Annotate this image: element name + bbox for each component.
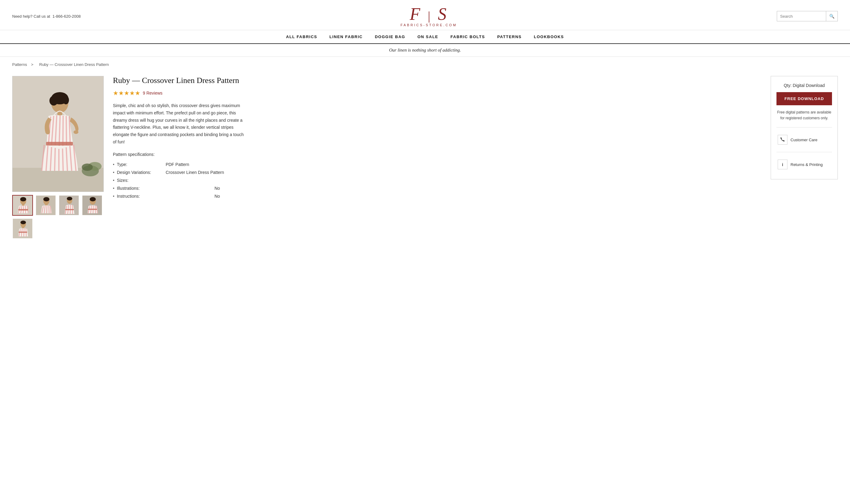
spec-design-variations: • Design Variations: Crossover Linen Dre… xyxy=(113,168,761,176)
rating-row: ★★★★★ 9 Reviews xyxy=(113,89,761,97)
svg-rect-37 xyxy=(18,209,28,211)
thumbnail-1[interactable] xyxy=(12,195,33,216)
sidebar: Qty: Digital Download FREE DOWNLOAD Free… xyxy=(771,76,838,239)
svg-line-22 xyxy=(62,148,63,171)
specs-heading: Pattern specifications: xyxy=(113,152,761,157)
svg-point-8 xyxy=(63,96,69,104)
nav-patterns[interactable]: PATTERNS xyxy=(497,35,522,39)
free-download-button[interactable]: FREE DOWNLOAD xyxy=(776,92,832,105)
svg-rect-72 xyxy=(19,232,27,233)
product-info: Ruby — Crossover Linen Dress Pattern ★★★… xyxy=(113,76,761,239)
svg-line-20 xyxy=(55,148,55,171)
star-rating: ★★★★★ xyxy=(113,89,140,97)
svg-point-49 xyxy=(67,197,72,200)
thumbnail-2[interactable] xyxy=(35,195,56,216)
thumbnail-4[interactable] xyxy=(82,195,103,216)
svg-line-45 xyxy=(49,205,49,213)
svg-point-66 xyxy=(20,220,26,224)
nav-doggie-bag[interactable]: DOGGIE BAG xyxy=(375,35,405,39)
svg-point-57 xyxy=(90,197,96,201)
product-title: Ruby — Crossover Linen Dress Pattern xyxy=(113,76,761,85)
main-nav: ALL FABRICS LINEN FABRIC DOGGIE BAG ON S… xyxy=(0,30,850,44)
svg-line-15 xyxy=(66,116,67,145)
main-product-image[interactable] xyxy=(12,76,104,192)
customer-care-link[interactable]: Customer Care xyxy=(776,132,832,148)
svg-rect-74 xyxy=(782,163,783,164)
main-content: Ruby — Crossover Linen Dress Pattern ★★★… xyxy=(0,70,850,245)
breadcrumb-parent[interactable]: Patterns xyxy=(12,62,27,67)
breadcrumb: Patterns > Ruby — Crossover Linen Dress … xyxy=(0,57,850,70)
customer-care-label: Customer Care xyxy=(791,138,817,142)
svg-point-40 xyxy=(43,197,50,201)
search-input[interactable] xyxy=(777,11,826,21)
search-button[interactable]: 🔍 xyxy=(826,11,837,21)
top-bar: Need help? Call us at 1-866-620-2008 F |… xyxy=(0,0,850,30)
divider-2 xyxy=(776,152,832,152)
spec-sizes: • Sizes: xyxy=(113,176,761,184)
specs-list: • Type: PDF Pattern • Design Variations:… xyxy=(113,161,761,200)
nav-linen-fabric[interactable]: LINEN FABRIC xyxy=(329,35,363,39)
svg-point-4 xyxy=(82,163,93,171)
logo-name: FABRICS-STORE.COM xyxy=(401,23,457,27)
reviews-link[interactable]: 9 Reviews xyxy=(143,91,163,95)
purchase-box: Qty: Digital Download FREE DOWNLOAD Free… xyxy=(771,76,838,179)
thumbnail-3[interactable] xyxy=(58,195,79,216)
svg-line-14 xyxy=(63,115,63,146)
spec-illustrations: • Illustrations: No xyxy=(113,184,761,192)
svg-rect-73 xyxy=(782,164,783,166)
phone-icon xyxy=(778,135,788,145)
svg-rect-54 xyxy=(65,209,74,210)
help-text: Need help? Call us at 1-866-620-2008 xyxy=(12,14,80,19)
thumbnail-5[interactable] xyxy=(12,218,33,239)
svg-rect-63 xyxy=(88,209,97,210)
tagline: Our linen is nothing short of addicting. xyxy=(0,44,850,57)
returns-printing-label: Returns & Printing xyxy=(791,162,823,167)
nav-lookbooks[interactable]: LOOKBOOKS xyxy=(534,35,564,39)
register-note: Free digital patterns are available for … xyxy=(776,109,832,121)
svg-point-30 xyxy=(20,197,26,201)
spec-instructions: • Instructions: No xyxy=(113,192,761,200)
logo-letters: F | S xyxy=(401,5,457,22)
returns-printing-link[interactable]: Returns & Printing xyxy=(776,157,832,173)
qty-label: Qty: Digital Download xyxy=(776,83,832,88)
thumbnail-list xyxy=(12,195,104,239)
product-description: Simple, chic and oh so stylish, this cro… xyxy=(113,102,247,146)
nav-fabric-bolts[interactable]: FABRIC BOLTS xyxy=(451,35,485,39)
svg-point-27 xyxy=(74,130,78,134)
spec-type: • Type: PDF Pattern xyxy=(113,161,761,168)
svg-line-44 xyxy=(47,205,47,213)
info-icon xyxy=(778,160,788,169)
site-logo[interactable]: F | S FABRICS-STORE.COM xyxy=(401,5,457,27)
breadcrumb-current: Ruby — Crossover Linen Dress Pattern xyxy=(39,62,109,67)
search-box[interactable]: 🔍 xyxy=(777,11,838,21)
images-column xyxy=(12,76,104,239)
nav-all-fabrics[interactable]: ALL FABRICS xyxy=(286,35,317,39)
nav-on-sale[interactable]: ON SALE xyxy=(417,35,438,39)
breadcrumb-separator: > xyxy=(30,62,35,67)
svg-rect-26 xyxy=(46,142,73,145)
svg-point-7 xyxy=(50,96,58,106)
